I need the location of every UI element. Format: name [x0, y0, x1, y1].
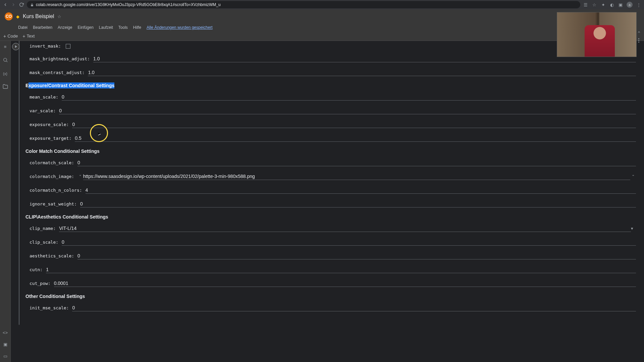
ignore-sat-weight-input[interactable]	[80, 200, 636, 207]
section-exposure: Exposure/Contrast Conditional Settings	[25, 83, 644, 88]
quote-open: "	[79, 174, 81, 179]
colab-logo-icon[interactable]: CO	[5, 12, 13, 20]
lock-icon	[30, 3, 34, 7]
left-rail: ≡ {x} <> ▣ ▭	[0, 41, 11, 362]
avatar[interactable]: a	[627, 2, 633, 8]
var-scale-label: var_scale:	[30, 108, 56, 113]
doc-title[interactable]: Kurs Beispiel	[23, 13, 54, 19]
add-text-button[interactable]: +Text	[22, 34, 35, 39]
account-icon[interactable]: ◐	[609, 2, 614, 7]
clip-scale-label: clip_scale:	[30, 240, 58, 245]
variables-icon[interactable]: {x}	[3, 72, 7, 76]
save-status[interactable]: Alle Änderungen wurden gespeichert	[147, 25, 213, 30]
menu-icon[interactable]: ⋮	[636, 2, 641, 7]
mean-scale-input[interactable]	[62, 94, 636, 101]
exposure-scale-label: exposure_scale:	[30, 122, 69, 127]
toolbar: +Code +Text	[0, 32, 644, 41]
extensions-icon[interactable]: ✦	[600, 2, 606, 7]
menu-laufzeit[interactable]: Laufzeit	[99, 25, 113, 30]
cutn-input[interactable]	[46, 266, 636, 273]
colormatch-n-colors-input[interactable]	[86, 187, 636, 194]
code-snippets-icon[interactable]: <>	[3, 330, 8, 335]
menu-bar: Datei Bearbeiten Anzeige Einfügen Laufze…	[0, 23, 644, 32]
forward-icon[interactable]	[11, 2, 16, 7]
star-doc-icon[interactable]: ☆	[57, 14, 61, 19]
quote-close: "	[632, 174, 634, 179]
aesthetics-scale-label: aesthetics_scale:	[30, 253, 74, 258]
url-text: colab.research.google.com/drive/13G9KHyM…	[36, 2, 221, 7]
reload-icon[interactable]	[19, 2, 24, 7]
run-cell-button[interactable]	[12, 43, 19, 50]
menu-einfuegen[interactable]: Einfügen	[77, 25, 93, 30]
mean-scale-label: mean_scale:	[30, 95, 58, 100]
form-cell: invert_mask: mask_brightness_adjust: mas…	[19, 41, 644, 325]
colormatch-image-input[interactable]	[83, 173, 631, 180]
clip-name-label: clip_name:	[30, 226, 56, 231]
colormatch-n-colors-label: colormatch_n_colors:	[30, 188, 82, 193]
back-icon[interactable]	[3, 2, 8, 7]
search-icon[interactable]	[3, 57, 8, 64]
star-icon[interactable]: ☆	[592, 2, 597, 7]
ignore-sat-weight-label: ignore_sat_weight:	[30, 201, 77, 206]
panel-icon[interactable]: ▣	[618, 2, 623, 7]
mask-contrast-input[interactable]	[88, 69, 636, 76]
menu-hilfe[interactable]: Hilfe	[133, 25, 141, 30]
menu-bearbeiten[interactable]: Bearbeiten	[33, 25, 52, 30]
toc-icon[interactable]: ≡	[4, 44, 7, 49]
translate-icon[interactable]: ☰	[583, 2, 588, 7]
notebook-content: invert_mask: mask_brightness_adjust: mas…	[11, 41, 644, 362]
folder-bottom-icon[interactable]: ▭	[3, 354, 7, 359]
menu-anzeige[interactable]: Anzeige	[58, 25, 72, 30]
init-mse-scale-label: init_mse_scale:	[30, 305, 69, 310]
add-code-button[interactable]: +Code	[3, 34, 18, 39]
cut-pow-input[interactable]	[54, 280, 636, 287]
section-other: Other Conditional Settings	[25, 294, 644, 299]
exposure-target-input[interactable]	[75, 135, 636, 142]
svg-rect-0	[31, 5, 33, 6]
section-color: Color Match Conditional Settings	[25, 148, 644, 154]
colormatch-scale-label: colormatch_scale:	[30, 160, 74, 165]
clip-name-select[interactable]	[59, 225, 631, 232]
cut-pow-label: cut_pow:	[30, 281, 51, 286]
browser-toolbar: colab.research.google.com/drive/13G9KHyM…	[0, 0, 644, 9]
colormatch-image-label: colormatch_image:	[30, 174, 74, 179]
clip-scale-input[interactable]	[62, 239, 636, 246]
cell-menu-icon[interactable]	[638, 38, 639, 43]
exposure-scale-input[interactable]	[72, 121, 636, 128]
svg-line-2	[6, 61, 7, 62]
terminal-icon[interactable]: ▣	[3, 342, 7, 347]
var-scale-input[interactable]	[59, 107, 636, 114]
invert-mask-checkbox[interactable]	[66, 44, 70, 49]
mask-brightness-input[interactable]	[93, 55, 636, 62]
webcam-overlay	[557, 12, 637, 57]
invert-mask-label: invert_mask:	[30, 44, 61, 49]
url-bar[interactable]: colab.research.google.com/drive/13G9KHyM…	[27, 1, 580, 8]
section-clip: CLIP\Aesthetics Conditional Settings	[25, 214, 644, 220]
init-mse-scale-input[interactable]	[72, 304, 636, 311]
files-icon[interactable]	[3, 84, 8, 90]
chevron-down-icon[interactable]: ▾	[631, 226, 636, 231]
mask-contrast-label: mask_contrast_adjust:	[30, 70, 85, 75]
colab-header: CO ◆ Kurs Beispiel ☆	[0, 9, 644, 23]
menu-tools[interactable]: Tools	[118, 25, 128, 30]
collapse-chevron-icon[interactable]: ^	[638, 30, 640, 35]
menu-datei[interactable]: Datei	[18, 25, 28, 30]
exposure-target-label: exposure_target:	[30, 136, 71, 141]
colormatch-scale-input[interactable]	[77, 159, 636, 166]
aesthetics-scale-input[interactable]	[77, 252, 636, 259]
cutn-label: cutn:	[30, 267, 43, 272]
mask-brightness-label: mask_brightness_adjust:	[30, 56, 90, 61]
drive-icon: ◆	[16, 14, 19, 19]
svg-point-1	[3, 58, 6, 61]
